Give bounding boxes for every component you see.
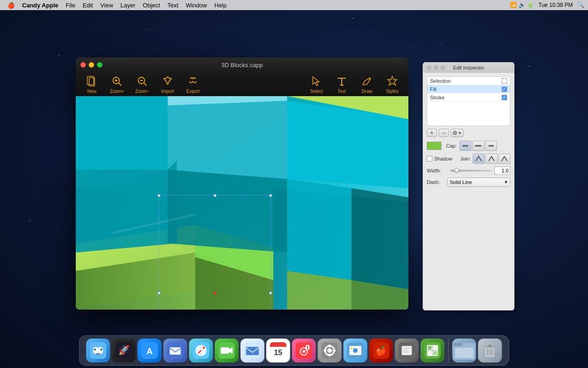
width-slider[interactable] (450, 170, 492, 172)
new-tool[interactable]: New (83, 75, 101, 94)
layer-menu[interactable]: Layer (117, 0, 139, 10)
close-button[interactable] (80, 62, 86, 68)
dock-candyapple[interactable]: 🍎 (369, 339, 393, 362)
menubar-search[interactable]: 🔍 (577, 2, 584, 8)
dock-mail2[interactable] (164, 339, 187, 362)
import-icon (161, 75, 174, 88)
zoom-in-icon (111, 75, 124, 88)
dock-facetime[interactable] (215, 339, 239, 362)
join-round-button[interactable] (486, 154, 498, 164)
dash-label: Dash: (427, 179, 447, 185)
selection-row: Selection (427, 77, 510, 85)
object-menu[interactable]: Object (139, 0, 164, 10)
import-tool[interactable]: Import (158, 75, 177, 94)
color-swatch[interactable] (427, 142, 441, 150)
text-menu[interactable]: Text (164, 0, 182, 10)
zoom-out-tool[interactable]: Zoom− (133, 75, 152, 94)
svg-marker-23 (168, 101, 287, 179)
inspector-maximize[interactable] (441, 65, 445, 70)
dock-numbers[interactable] (421, 339, 445, 362)
svg-point-82 (353, 348, 358, 353)
dock-stacks[interactable] (452, 339, 476, 362)
apple-menu[interactable]: 🍎 (4, 0, 18, 10)
canvas-area[interactable] (76, 96, 408, 310)
dock-script-editor[interactable] (395, 339, 419, 362)
window-menu[interactable]: Window (182, 0, 210, 10)
svg-text:15: 15 (274, 349, 283, 356)
help-menu[interactable]: Help (211, 0, 231, 10)
svg-marker-29 (168, 170, 287, 253)
dock-divider (448, 339, 449, 362)
menubar-time: Tue 10:38 PM (538, 2, 573, 8)
cap-square-button[interactable] (485, 141, 497, 151)
inspector-panel: Edit Inspector Selection Fill Stroke (423, 62, 514, 310)
app-window: 3D Blocks.capp New (76, 58, 408, 310)
maximize-button[interactable] (97, 62, 102, 68)
svg-rect-77 (329, 354, 331, 356)
minimize-button[interactable] (89, 62, 94, 68)
app-name-menu[interactable]: Candy Apple (18, 0, 62, 10)
select-icon (310, 75, 323, 88)
dash-select[interactable]: Solid Line ▼ (447, 178, 510, 187)
draw-label: Draw (362, 89, 372, 94)
select-tool[interactable]: Select (307, 75, 326, 94)
styles-icon (386, 75, 399, 88)
stroke-checkbox[interactable] (502, 95, 507, 100)
cap-flat-button[interactable] (459, 141, 471, 151)
dock-trash[interactable] (478, 339, 502, 362)
stroke-row[interactable]: Stroke (427, 93, 510, 102)
svg-line-10 (369, 79, 370, 80)
dock-itunes[interactable] (292, 339, 316, 362)
dock-launchpad[interactable]: 🚀 (112, 339, 136, 362)
svg-rect-98 (453, 343, 463, 346)
view-menu[interactable]: View (96, 0, 117, 10)
traffic-lights (80, 62, 102, 68)
dock-finder[interactable] (86, 339, 110, 362)
dock-system-preferences[interactable] (318, 339, 342, 362)
dock-mail[interactable] (241, 339, 265, 362)
file-menu[interactable]: File (62, 0, 79, 10)
inspector-minimize[interactable] (434, 65, 438, 70)
svg-rect-65 (270, 345, 287, 347)
width-value: 1.0 (494, 167, 510, 175)
remove-button[interactable]: − (439, 129, 449, 137)
width-slider-thumb[interactable] (454, 168, 459, 172)
empty-space (427, 102, 510, 126)
svg-rect-70 (306, 346, 307, 351)
text-tool[interactable]: Text (333, 75, 351, 94)
shadow-join-row: Shadow Join: (427, 154, 510, 164)
svg-rect-102 (488, 345, 492, 347)
fill-checkbox[interactable] (502, 86, 507, 92)
svg-rect-95 (428, 346, 432, 350)
styles-tool[interactable]: Styles (383, 75, 401, 94)
cap-round-button[interactable] (472, 141, 484, 151)
export-label: Export (187, 89, 200, 94)
svg-line-8 (144, 83, 147, 86)
dock-appstore[interactable]: A (138, 339, 162, 362)
join-bevel-button[interactable] (498, 154, 510, 164)
window-title: 3D Blocks.capp (80, 62, 404, 69)
cap-buttons (459, 141, 497, 151)
dash-row: Dash: Solid Line ▼ (427, 178, 510, 187)
width-row: Width: 1.0 (427, 167, 510, 175)
add-button[interactable]: + (427, 129, 437, 137)
import-label: Import (161, 89, 174, 94)
draw-tool[interactable]: Draw (358, 75, 376, 94)
svg-point-42 (94, 349, 96, 351)
dock-calendar[interactable]: 15 (266, 339, 290, 362)
join-miter-button[interactable] (473, 154, 485, 164)
dock-safari[interactable] (189, 339, 213, 362)
edit-menu[interactable]: Edit (79, 0, 96, 10)
fill-row[interactable]: Fill (427, 85, 510, 93)
svg-point-83 (351, 347, 353, 349)
selection-checkbox[interactable] (502, 78, 507, 84)
inspector-close[interactable] (427, 65, 431, 70)
window-titlebar: 3D Blocks.capp (76, 58, 408, 72)
export-tool[interactable]: Export (184, 75, 202, 94)
gear-button[interactable]: ⚙ ▼ (451, 129, 464, 137)
zoom-in-tool[interactable]: Zoom+ (108, 75, 126, 94)
dock-iphoto[interactable] (344, 339, 368, 362)
canvas-svg (76, 96, 408, 310)
shadow-checkbox[interactable] (427, 156, 432, 161)
svg-point-41 (98, 347, 103, 354)
